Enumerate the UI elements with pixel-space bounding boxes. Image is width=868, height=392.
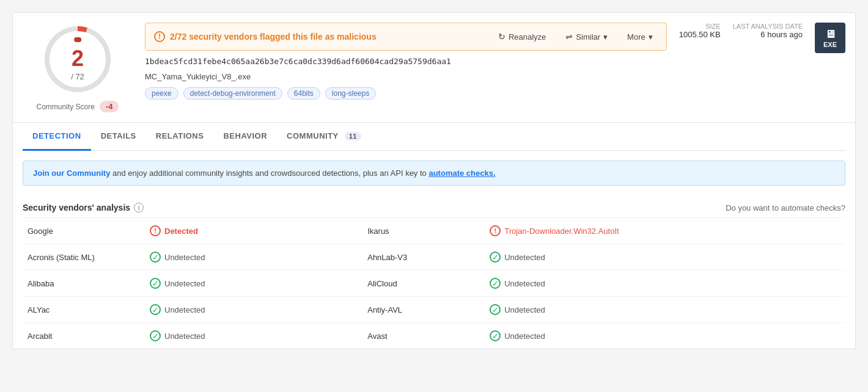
undetected-icon: ✓ <box>150 278 161 289</box>
community-score-row: Community Score -4 <box>37 101 119 112</box>
undetected-text: Undetected <box>164 305 205 314</box>
vendors-table: Google!DetectedIkarus!Trojan-Downloader.… <box>23 217 845 349</box>
left-status-cell: ✓Undetected <box>145 244 314 270</box>
left-vendor-name: ALYac <box>23 297 145 323</box>
right-vendor-name: AhnLab-V3 <box>362 244 485 270</box>
tab-detection[interactable]: DETECTION <box>23 123 91 151</box>
detected-icon: ! <box>150 225 161 236</box>
section-title: Security vendors' analysis i <box>23 203 144 212</box>
right-vendor-name: AliCloud <box>362 270 485 297</box>
table-row: ALYac✓UndetectedAntiy-AVL✓Undetected <box>23 297 845 323</box>
tags-row: peexe detect-debug-environment 64bits lo… <box>145 87 667 100</box>
undetected-icon: ✓ <box>150 304 161 315</box>
alert-text: 2/72 security vendors flagged this file … <box>170 32 377 42</box>
undetected-icon: ✓ <box>150 252 161 263</box>
right-status-cell: ✓Undetected <box>485 323 845 349</box>
right-status-cell: ✓Undetected <box>485 297 845 323</box>
alert-bar: ! 2/72 security vendors flagged this fil… <box>145 23 667 51</box>
left-status-cell: ✓Undetected <box>145 270 314 297</box>
section-title-text: Security vendors' analysis <box>23 203 130 212</box>
exe-label: EXE <box>823 41 837 48</box>
join-community-link[interactable]: Join our Community <box>33 169 110 178</box>
left-status-cell: ✓Undetected <box>145 297 314 323</box>
detected-icon: ! <box>490 225 501 236</box>
undetected-text: Undetected <box>504 305 545 314</box>
right-status-cell: !Trojan-Downloader.Win32.AutoIt <box>485 218 845 244</box>
undetected-text: Undetected <box>504 279 545 288</box>
file-name: MC_Yama_Yukleyici_V8_.exe <box>145 72 667 81</box>
gauge-container: 2 / 72 <box>41 23 114 96</box>
gauge-number: 2 / 72 <box>71 37 84 81</box>
left-vendor-name: Alibaba <box>23 270 145 297</box>
alert-left: ! 2/72 security vendors flagged this fil… <box>154 31 377 42</box>
meta-section: Size 1005.50 KB Last Analysis Date 6 hou… <box>679 23 845 112</box>
date-meta: Last Analysis Date 6 hours ago <box>733 23 803 39</box>
more-button[interactable]: More ▾ <box>622 30 658 44</box>
right-vendor-name: Antiy-AVL <box>362 297 485 323</box>
undetected-text: Undetected <box>164 253 205 262</box>
left-vendor-name: Arcabit <box>23 323 145 349</box>
community-score-label: Community Score <box>37 103 95 111</box>
tab-behavior[interactable]: BEHAVIOR <box>213 123 277 151</box>
community-banner: Join our Community and enjoy additional … <box>23 161 845 186</box>
automate-checks-link[interactable]: automate checks. <box>428 169 495 178</box>
undetected-text: Undetected <box>504 332 545 341</box>
automate-checks-text: Do you want to automate checks? <box>726 203 845 212</box>
info-icon[interactable]: i <box>134 203 144 212</box>
right-status-cell: ✓Undetected <box>485 270 845 297</box>
table-row: Acronis (Static ML)✓UndetectedAhnLab-V3✓… <box>23 244 845 270</box>
undetected-icon: ✓ <box>490 330 501 341</box>
table-row: Alibaba✓UndetectedAliCloud✓Undetected <box>23 270 845 297</box>
score-section: 2 / 72 Community Score -4 <box>23 23 133 112</box>
community-badge: 11 <box>345 132 361 140</box>
left-status-cell: !Detected <box>145 218 314 244</box>
tab-community[interactable]: COMMUNITY 11 <box>277 123 371 151</box>
tag-long-sleeps[interactable]: long-sleeps <box>325 87 376 100</box>
exe-icon: 🖥 EXE <box>815 23 845 53</box>
undetected-icon: ✓ <box>490 252 501 263</box>
undetected-icon: ✓ <box>490 278 501 289</box>
size-meta: Size 1005.50 KB <box>679 23 721 39</box>
left-vendor-name: Acronis (Static ML) <box>23 244 145 270</box>
alert-icon: ! <box>154 31 165 42</box>
date-label: Last Analysis Date <box>733 23 803 30</box>
left-vendor-name: Google <box>23 218 145 244</box>
similar-button[interactable]: ⇌ Similar ▾ <box>561 29 612 44</box>
total-count: / 72 <box>71 72 84 81</box>
alert-actions: ↻ Reanalyze ⇌ Similar ▾ More ▾ <box>493 29 658 44</box>
size-label: Size <box>679 23 721 30</box>
tag-debug[interactable]: detect-debug-environment <box>183 87 282 100</box>
info-section: ! 2/72 security vendors flagged this fil… <box>145 23 667 112</box>
right-status-cell: ✓Undetected <box>485 244 845 270</box>
detected-text: Detected <box>164 227 198 236</box>
left-status-cell: ✓Undetected <box>145 323 314 349</box>
tab-details[interactable]: DETAILS <box>91 123 146 151</box>
right-vendor-name: Avast <box>362 323 485 349</box>
trojan-text: Trojan-Downloader.Win32.AutoIt <box>504 227 619 236</box>
banner-middle-text: and enjoy additional community insights … <box>112 169 428 178</box>
undetected-text: Undetected <box>504 253 545 262</box>
undetected-icon: ✓ <box>490 304 501 315</box>
community-score-badge: -4 <box>100 101 119 112</box>
undetected-text: Undetected <box>164 279 205 288</box>
tab-relations[interactable]: RELATIONS <box>146 123 214 151</box>
file-info-card: 2 / 72 Community Score -4 ! 2/72 securit… <box>12 12 856 123</box>
reanalyze-button[interactable]: ↻ Reanalyze <box>493 29 551 44</box>
table-row: Arcabit✓UndetectedAvast✓Undetected <box>23 323 845 349</box>
tag-peexe[interactable]: peexe <box>145 87 178 100</box>
more-chevron-icon: ▾ <box>649 32 653 42</box>
date-value: 6 hours ago <box>733 30 803 39</box>
size-value: 1005.50 KB <box>679 30 721 39</box>
reanalyze-icon: ↻ <box>498 32 506 42</box>
file-hash: 1bdeac5fcd31febe4c065aa26b3e7c6ca0dc339d… <box>145 57 667 66</box>
similar-chevron-icon: ▾ <box>603 32 608 42</box>
undetected-text: Undetected <box>164 332 205 341</box>
table-row: Google!DetectedIkarus!Trojan-Downloader.… <box>23 218 845 244</box>
tabs-section: DETECTION DETAILS RELATIONS BEHAVIOR COM… <box>12 123 856 349</box>
detected-count: 2 <box>71 46 84 71</box>
meta-right: Size 1005.50 KB Last Analysis Date 6 hou… <box>679 23 845 53</box>
similar-icon: ⇌ <box>565 32 573 42</box>
section-header: Security vendors' analysis i Do you want… <box>23 195 845 217</box>
right-vendor-name: Ikarus <box>362 218 485 244</box>
tag-64bits[interactable]: 64bits <box>287 87 320 100</box>
